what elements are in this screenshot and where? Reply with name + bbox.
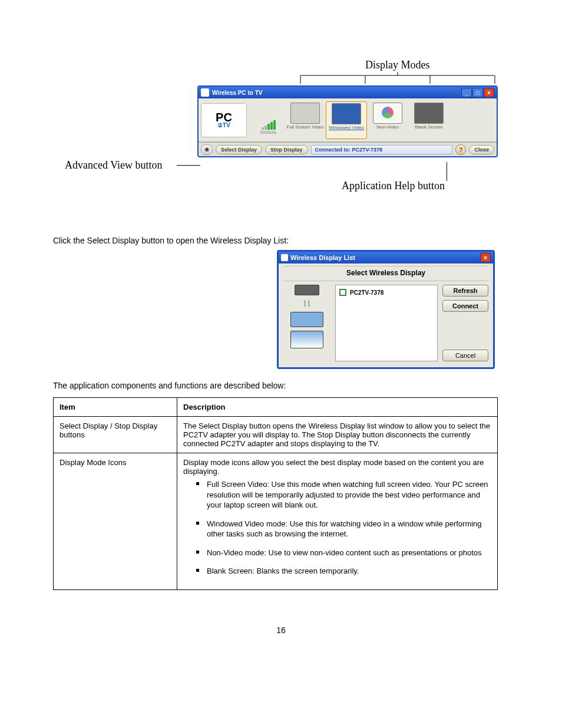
- dialog-titlebar: Wireless Display List ×: [279, 252, 493, 263]
- cell-desc: Display mode icons allow you select the …: [177, 453, 498, 590]
- mode-windowed-video[interactable]: Windowed Video: [326, 101, 367, 139]
- mode-label: Full Screen Video: [287, 125, 324, 130]
- signal-label: SIGNAL: [260, 130, 277, 135]
- dialog-body: Select Wireless Display ⌇⌇ PC2TV-7378 Re…: [279, 263, 493, 367]
- help-leader: [447, 162, 447, 181]
- dialog-buttons: Refresh Connect Cancel: [442, 285, 488, 361]
- display-modes-bracket: [297, 72, 498, 84]
- cell-desc: The Select Display button opens the Wire…: [177, 417, 498, 453]
- mode-non-video[interactable]: Non-Video: [367, 101, 408, 139]
- advanced-view-leader: [177, 165, 200, 166]
- tv-icon: [290, 103, 320, 124]
- figure-dialog: Wireless Display List × Select Wireless …: [277, 250, 495, 369]
- app-window: Wireless PC to TV _ □ × PC ②TV SIG: [197, 85, 498, 157]
- advanced-view-button[interactable]: ❀: [201, 144, 213, 155]
- tv-icon: [373, 103, 402, 124]
- dialog-icon: [281, 254, 288, 261]
- toolbar: PC ②TV SIGNAL Full Screen Video Win: [199, 98, 497, 142]
- table-row: Display Mode Icons Display mode icons al…: [54, 453, 498, 590]
- cell-item: Select Display / Stop Display buttons: [54, 417, 177, 453]
- close-window-button[interactable]: ×: [484, 88, 494, 97]
- cancel-button[interactable]: Cancel: [442, 350, 488, 361]
- bullet-item: Windowed Video mode: Use this for watchi…: [196, 519, 491, 539]
- minimize-button[interactable]: _: [461, 88, 472, 97]
- mode-label: Blank Screen: [415, 125, 443, 130]
- titlebar: Wireless PC to TV _ □ ×: [199, 87, 497, 98]
- label-app-help: Application Help button: [342, 180, 445, 192]
- description-table: Item Description Select Display / Stop D…: [53, 397, 498, 590]
- tv-icon: [414, 103, 444, 124]
- list-item[interactable]: PC2TV-7378: [339, 289, 434, 296]
- components-intro: The application components and functions…: [53, 381, 509, 390]
- mode-label: Windowed Video: [329, 126, 364, 131]
- connect-button[interactable]: Connect: [442, 300, 488, 312]
- bullet-item: Non-Video mode: Use to view non-video co…: [196, 548, 491, 558]
- dialog-title: Wireless Display List: [290, 254, 355, 261]
- item-label: PC2TV-7378: [350, 289, 384, 296]
- th-desc: Description: [177, 398, 498, 417]
- window-controls: _ □ ×: [461, 88, 494, 97]
- desc-intro: Display mode icons allow you select the …: [183, 458, 484, 476]
- app-icon: [201, 88, 209, 97]
- dialog-window: Wireless Display List × Select Wireless …: [277, 250, 495, 369]
- refresh-button[interactable]: Refresh: [442, 285, 488, 297]
- page-number: 16: [53, 625, 509, 635]
- maximize-button[interactable]: □: [472, 88, 483, 97]
- cell-item: Display Mode Icons: [54, 453, 177, 590]
- wireless-display-list[interactable]: PC2TV-7378: [335, 285, 438, 361]
- mode-blank-screen[interactable]: Blank Screen: [408, 101, 449, 139]
- label-display-modes: Display Modes: [365, 59, 430, 71]
- signal-indicator: SIGNAL: [253, 120, 285, 135]
- bullet-item: Full Screen Video: Use this mode when wa…: [196, 479, 491, 510]
- bottom-bar: ❀ Select Display Stop Display Connected …: [199, 142, 497, 156]
- item-status-icon: [339, 289, 346, 296]
- logo-tv: ②TV: [217, 123, 230, 128]
- help-button[interactable]: ?: [455, 144, 466, 155]
- mode-full-screen-video[interactable]: Full Screen Video: [285, 101, 326, 139]
- tv-icon: [332, 103, 361, 124]
- table-row: Select Display / Stop Display buttons Th…: [54, 417, 498, 453]
- select-display-button[interactable]: Select Display: [216, 145, 262, 154]
- bullet-item: Blank Screen: Blanks the screen temporar…: [196, 566, 491, 577]
- router-icon: [295, 285, 319, 295]
- stop-display-button[interactable]: Stop Display: [265, 145, 308, 154]
- dialog-header: Select Wireless Display: [283, 266, 488, 281]
- mode-bullets: Full Screen Video: Use this mode when wa…: [196, 479, 491, 577]
- wifi-icon: ⌇⌇: [303, 299, 311, 308]
- th-item: Item: [54, 398, 177, 417]
- mode-label: Non-Video: [376, 125, 399, 130]
- close-button[interactable]: Close: [469, 145, 494, 154]
- display-icon: [290, 331, 323, 348]
- laptop-icon: [290, 312, 323, 327]
- connection-status: Connected to: PC2TV-7378: [311, 145, 453, 154]
- window-title: Wireless PC to TV: [212, 90, 263, 96]
- logo: PC ②TV: [201, 103, 247, 137]
- dialog-diagram: ⌇⌇: [283, 285, 330, 361]
- label-advanced-view: Advanced View button: [65, 159, 163, 172]
- dialog-close-button[interactable]: ×: [480, 253, 491, 262]
- logo-pc: PC: [216, 112, 232, 123]
- intro-text: Click the Select Display button to open …: [53, 236, 509, 245]
